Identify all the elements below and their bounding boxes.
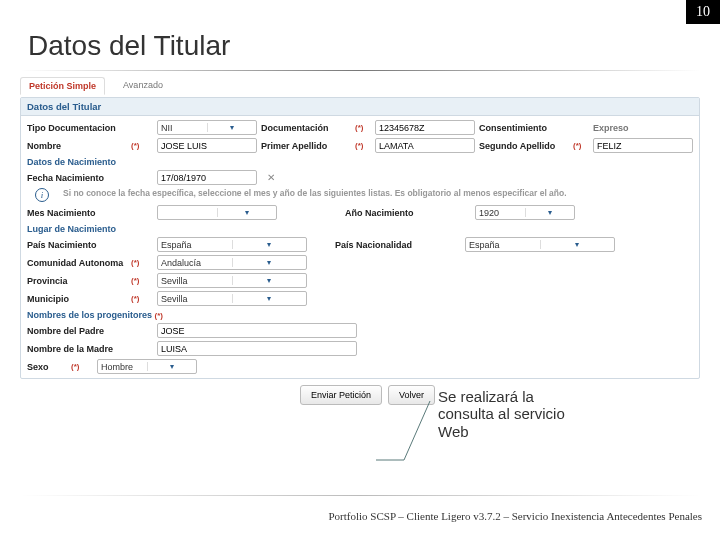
form-app: Petición Simple Avanzado Datos del Titul…	[20, 77, 700, 405]
row-padre: Nombre del Padre	[27, 323, 693, 338]
page-number: 10	[686, 0, 720, 24]
documentacion-input[interactable]	[375, 120, 475, 135]
row-name: Nombre (*) Primer Apellido (*) Segundo A…	[27, 138, 693, 153]
req-mark: (*)	[355, 123, 371, 132]
fecha-nac-input[interactable]	[157, 170, 257, 185]
req-mark: (*)	[355, 141, 371, 150]
consentimiento-value: Expreso	[593, 123, 693, 133]
primer-apellido-label: Primer Apellido	[261, 141, 351, 151]
req-mark: (*)	[131, 294, 153, 303]
page-title: Datos del Titular	[28, 30, 720, 62]
tabs: Petición Simple Avanzado	[20, 77, 700, 95]
back-button[interactable]: Volver	[388, 385, 435, 405]
sexo-select[interactable]: Hombre▾	[97, 359, 197, 374]
send-button[interactable]: Enviar Petición	[300, 385, 382, 405]
segundo-apellido-label: Segundo Apellido	[479, 141, 569, 151]
chevron-down-icon: ▾	[232, 294, 307, 303]
info-text: Si no conoce la fecha específica, selecc…	[63, 188, 693, 202]
footer-text: Portfolio SCSP – Cliente Ligero v3.7.2 –…	[328, 510, 702, 522]
sexo-label: Sexo	[27, 362, 67, 372]
req-mark: (*)	[131, 141, 153, 150]
comunidad-select[interactable]: Andalucía▾	[157, 255, 307, 270]
clear-icon[interactable]: ✕	[261, 172, 281, 183]
req-mark: (*)	[573, 141, 589, 150]
datos-nacimiento-header: Datos de Nacimiento	[27, 157, 693, 167]
provincia-label: Provincia	[27, 276, 127, 286]
mes-nac-label: Mes Nacimiento	[27, 208, 127, 218]
municipio-label: Municipio	[27, 294, 127, 304]
nombre-label: Nombre	[27, 141, 127, 151]
provincia-select[interactable]: Sevilla▾	[157, 273, 307, 288]
chevron-down-icon: ▾	[525, 208, 575, 217]
row-comunidad: Comunidad Autonoma (*) Andalucía▾	[27, 255, 693, 270]
req-mark: (*)	[131, 276, 153, 285]
madre-input[interactable]	[157, 341, 357, 356]
consentimiento-label: Consentimiento	[479, 123, 569, 133]
fecha-nac-label: Fecha Nacimiento	[27, 173, 127, 183]
segundo-apellido-input[interactable]	[593, 138, 693, 153]
documentacion-label: Documentación	[261, 123, 351, 133]
panel-header: Datos del Titular	[21, 98, 699, 116]
row-provincia: Provincia (*) Sevilla▾	[27, 273, 693, 288]
panel-body: Tipo Documentacion NII▾ Documentación (*…	[21, 116, 699, 378]
padre-label: Nombre del Padre	[27, 326, 127, 336]
footer-divider	[20, 495, 700, 496]
municipio-select[interactable]: Sevilla▾	[157, 291, 307, 306]
progenitores-header: Nombres de los progenitores (*)	[27, 310, 693, 320]
row-pais: País Nacimiento España▾ País Nacionalida…	[27, 237, 693, 252]
info-icon: i	[35, 188, 49, 202]
pais-nac-label: País Nacimiento	[27, 240, 127, 250]
nombre-input[interactable]	[157, 138, 257, 153]
primer-apellido-input[interactable]	[375, 138, 475, 153]
button-row: Enviar Petición Volver	[20, 385, 700, 405]
panel-titular: Datos del Titular Tipo Documentacion NII…	[20, 97, 700, 379]
row-fecha: Fecha Nacimiento ✕	[27, 170, 693, 185]
divider	[20, 70, 700, 71]
row-mes-ano: Mes Nacimiento ▾ Año Nacimiento 1920▾	[27, 205, 693, 220]
callout-text: Se realizará la consulta al servicio Web	[438, 388, 588, 440]
row-sexo: Sexo (*) Hombre▾	[27, 359, 693, 374]
chevron-down-icon: ▾	[147, 362, 197, 371]
row-municipio: Municipio (*) Sevilla▾	[27, 291, 693, 306]
ano-nac-select[interactable]: 1920▾	[475, 205, 575, 220]
pais-nacion-label: País Nacionalidad	[335, 240, 435, 250]
tab-advanced[interactable]: Avanzado	[115, 77, 171, 95]
comunidad-label: Comunidad Autonoma	[27, 258, 127, 268]
row-doc: Tipo Documentacion NII▾ Documentación (*…	[27, 120, 693, 135]
ano-nac-label: Año Nacimiento	[345, 208, 445, 218]
chevron-down-icon: ▾	[540, 240, 615, 249]
req-mark: (*)	[131, 258, 153, 267]
row-info: i Si no conoce la fecha específica, sele…	[27, 188, 693, 202]
lugar-nacimiento-header: Lugar de Nacimiento	[27, 224, 693, 234]
pais-nacion-select[interactable]: España▾	[465, 237, 615, 252]
pais-nac-select[interactable]: España▾	[157, 237, 307, 252]
mes-nac-select[interactable]: ▾	[157, 205, 277, 220]
chevron-down-icon: ▾	[207, 123, 257, 132]
padre-input[interactable]	[157, 323, 357, 338]
chevron-down-icon: ▾	[232, 276, 307, 285]
chevron-down-icon: ▾	[217, 208, 277, 217]
chevron-down-icon: ▾	[232, 258, 307, 267]
row-madre: Nombre de la Madre	[27, 341, 693, 356]
tab-simple[interactable]: Petición Simple	[20, 77, 105, 95]
chevron-down-icon: ▾	[232, 240, 307, 249]
madre-label: Nombre de la Madre	[27, 344, 127, 354]
req-mark: (*)	[71, 362, 93, 371]
tipo-doc-select[interactable]: NII▾	[157, 120, 257, 135]
tipo-doc-label: Tipo Documentacion	[27, 123, 127, 133]
